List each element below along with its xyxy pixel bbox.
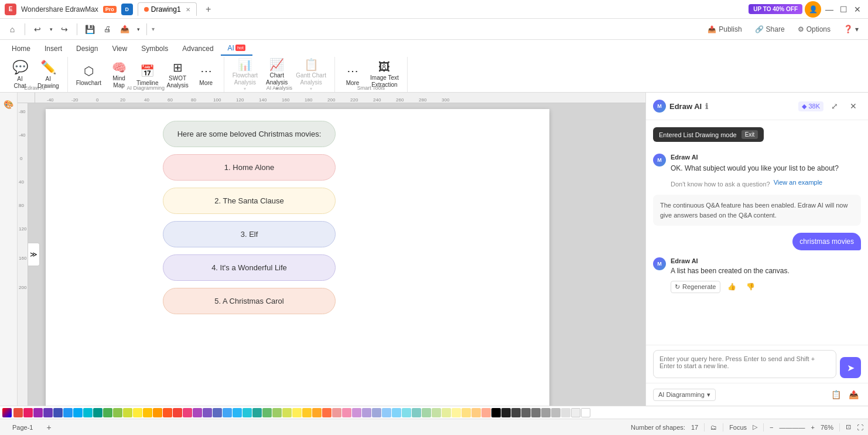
color-swatch[interactable] xyxy=(242,408,252,417)
color-swatch[interactable] xyxy=(422,408,431,417)
color-swatch[interactable] xyxy=(541,408,551,417)
color-swatch[interactable] xyxy=(501,408,511,417)
color-swatch[interactable] xyxy=(223,408,232,417)
tab-design[interactable]: Design xyxy=(69,42,105,55)
list-item-5[interactable]: 5. A Christmas Carol xyxy=(163,288,336,314)
zoom-out-btn[interactable]: − xyxy=(770,424,773,431)
color-swatch[interactable] xyxy=(352,408,361,417)
thumbs-down-btn[interactable]: 👎 xyxy=(744,280,758,294)
zoom-in-btn[interactable]: + xyxy=(811,424,815,431)
maximize-btn[interactable]: ☐ xyxy=(838,4,849,15)
ai-footer-icon-1[interactable]: 📋 xyxy=(828,387,843,402)
swot-btn[interactable]: ⊞ SWOTAnalysis xyxy=(163,59,192,90)
color-swatch[interactable] xyxy=(13,408,23,417)
color-swatch[interactable] xyxy=(23,408,33,417)
tab-symbols[interactable]: Symbols xyxy=(134,42,175,55)
color-swatch[interactable] xyxy=(282,408,292,417)
new-tab-btn[interactable]: + xyxy=(201,2,216,16)
color-swatch[interactable] xyxy=(262,408,272,417)
list-item-1[interactable]: 1. Home Alone xyxy=(163,154,336,181)
fullscreen-btn[interactable]: ⛶ xyxy=(857,424,863,431)
color-swatch[interactable] xyxy=(83,408,93,417)
share-btn[interactable]: 🔗 Share xyxy=(750,23,790,36)
tab-insert[interactable]: Insert xyxy=(37,42,69,55)
redo-btn[interactable]: ↪ xyxy=(57,22,72,37)
undo-btn[interactable]: ↩ xyxy=(30,22,45,37)
options-btn[interactable]: ⚙ Options xyxy=(793,23,835,36)
export-arrow-btn[interactable]: ▾ xyxy=(135,22,142,37)
regenerate-btn[interactable]: ↻ Regenerate xyxy=(671,281,720,293)
toolbar-more[interactable]: ▾ xyxy=(152,26,155,32)
color-swatch[interactable] xyxy=(113,408,122,417)
ai-input-field[interactable] xyxy=(653,350,836,378)
color-swatch[interactable] xyxy=(302,408,312,417)
flowchart-analysis-btn[interactable]: 📊 FlowchartAnalysis ▾ xyxy=(229,59,261,90)
color-swatch[interactable] xyxy=(33,408,43,417)
color-swatch[interactable] xyxy=(471,408,481,417)
color-swatch[interactable] xyxy=(123,408,132,417)
color-swatch[interactable] xyxy=(571,408,580,417)
color-swatch[interactable] xyxy=(193,408,202,417)
color-swatch[interactable] xyxy=(412,408,421,417)
color-swatch[interactable] xyxy=(143,408,152,417)
flowchart-btn[interactable]: ⬡ Flowchart xyxy=(73,59,105,90)
publish-btn[interactable]: 📤 Publish xyxy=(703,23,746,36)
color-swatch[interactable] xyxy=(491,408,501,417)
color-swatch[interactable] xyxy=(133,408,142,417)
color-swatch[interactable] xyxy=(452,408,461,417)
save-btn[interactable]: 💾 xyxy=(82,22,97,37)
color-swatch[interactable] xyxy=(521,408,531,417)
color-picker-btn[interactable]: 🎨 xyxy=(2,97,16,111)
ai-panel-expand-btn[interactable]: ⤢ xyxy=(827,98,842,114)
list-title-card[interactable]: Here are some beloved Christmas movies: xyxy=(163,121,336,147)
color-swatch[interactable] xyxy=(93,408,102,417)
color-swatch[interactable] xyxy=(252,408,262,417)
color-swatch[interactable] xyxy=(63,408,73,417)
fit-screen-btn[interactable]: ⊡ xyxy=(846,423,851,431)
user-avatar[interactable]: 👤 xyxy=(805,1,821,18)
color-swatch[interactable] xyxy=(382,408,391,417)
export-btn[interactable]: 📤 xyxy=(117,22,132,37)
tab-advanced[interactable]: Advanced xyxy=(175,42,220,55)
color-swatch[interactable] xyxy=(462,408,471,417)
page-tab-1[interactable]: Page-1 xyxy=(5,422,40,433)
minimize-btn[interactable]: — xyxy=(823,4,835,15)
tab-home[interactable]: Home xyxy=(5,42,37,55)
color-swatch[interactable] xyxy=(163,408,172,417)
gantt-analysis-btn[interactable]: 📋 Gantt ChartAnalysis ▾ xyxy=(292,59,330,90)
collapse-toggle-btn[interactable]: ≫ xyxy=(28,243,40,266)
more-diag-btn[interactable]: ⋯ More xyxy=(193,59,219,90)
color-swatch[interactable] xyxy=(153,408,162,417)
print-btn[interactable]: 🖨 xyxy=(100,22,115,37)
current-tab[interactable]: Drawing1 ✕ xyxy=(138,2,197,16)
color-swatch[interactable] xyxy=(43,408,53,417)
color-swatch[interactable] xyxy=(312,408,322,417)
exit-btn[interactable]: Exit xyxy=(741,130,758,139)
view-example-link[interactable]: View an example xyxy=(774,179,823,186)
home-btn[interactable]: ⌂ xyxy=(5,22,20,37)
tab-close[interactable]: ✕ xyxy=(186,6,190,13)
list-item-4[interactable]: 4. It's a Wonderful Life xyxy=(163,254,336,281)
tab-view[interactable]: View xyxy=(105,42,134,55)
list-item-3[interactable]: 3. Elf xyxy=(163,221,336,247)
color-swatch[interactable] xyxy=(53,408,63,417)
color-swatch[interactable] xyxy=(233,408,242,417)
color-swatch[interactable] xyxy=(73,408,83,417)
color-swatch[interactable] xyxy=(292,408,302,417)
layers-btn[interactable]: 🗂 xyxy=(710,424,717,431)
help-btn[interactable]: ❓ ▾ xyxy=(839,22,863,36)
send-btn[interactable]: ➤ xyxy=(840,357,861,378)
color-swatch[interactable] xyxy=(561,408,570,417)
color-swatch[interactable] xyxy=(342,408,351,417)
color-swatch[interactable] xyxy=(402,408,411,417)
color-swatch[interactable] xyxy=(272,408,282,417)
color-swatch[interactable] xyxy=(332,408,341,417)
color-swatch[interactable] xyxy=(481,408,491,417)
thumbs-up-btn[interactable]: 👍 xyxy=(725,280,739,294)
ai-footer-icon-2[interactable]: 📤 xyxy=(846,387,861,402)
color-swatch[interactable] xyxy=(511,408,521,417)
ai-info-icon[interactable]: ℹ xyxy=(705,102,708,111)
color-swatch[interactable] xyxy=(442,408,451,417)
color-swatch[interactable] xyxy=(183,408,192,417)
color-swatch[interactable] xyxy=(581,408,590,417)
